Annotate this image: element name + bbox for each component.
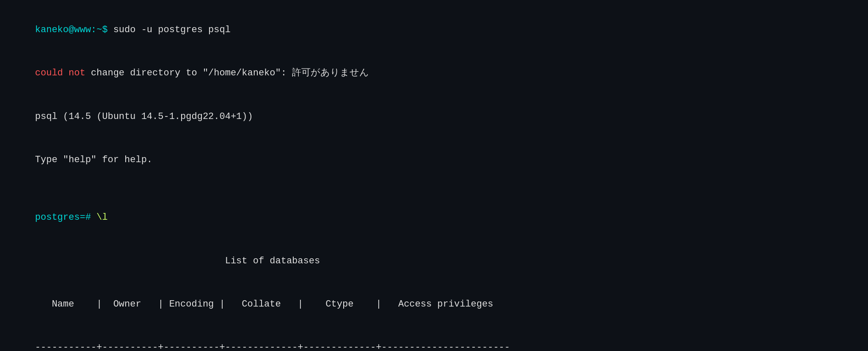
cmd-1: sudo -u postgres psql <box>107 25 230 35</box>
table-header-text: Name | Owner | Encoding | Collate | Ctyp… <box>35 299 510 310</box>
error-could: could not <box>35 68 85 78</box>
line-3: psql (14.5 (Ubuntu 14.5-1.pgdg22.04+1)) <box>13 95 855 138</box>
prompt-2: postgres=# <box>35 212 91 223</box>
type-help: Type "help" for help. <box>35 155 152 165</box>
line-1: kaneko@www:~$ sudo -u postgres psql <box>13 8 855 52</box>
table-sep-text: -----------+----------+----------+------… <box>35 342 510 351</box>
psql-version: psql (14.5 (Ubuntu 14.5-1.pgdg22.04+1)) <box>35 111 253 122</box>
line-4: Type "help" for help. <box>13 138 855 182</box>
prompt-1: kaneko@www:~$ <box>35 25 108 35</box>
line-5: postgres=# \l <box>13 196 855 239</box>
error-rest: change directory to "/home/kaneko": 許可があ… <box>85 68 369 78</box>
cmd-2: \l <box>91 212 108 223</box>
terminal: kaneko@www:~$ sudo -u postgres psql coul… <box>13 8 855 351</box>
line-2: could not change directory to "/home/kan… <box>13 52 855 95</box>
table-separator: -----------+----------+----------+------… <box>13 326 855 351</box>
table-header: Name | Owner | Encoding | Collate | Ctyp… <box>13 283 855 326</box>
table-title: List of databases <box>13 240 855 283</box>
table-title-text: List of databases <box>35 256 320 266</box>
blank-1 <box>13 182 855 196</box>
